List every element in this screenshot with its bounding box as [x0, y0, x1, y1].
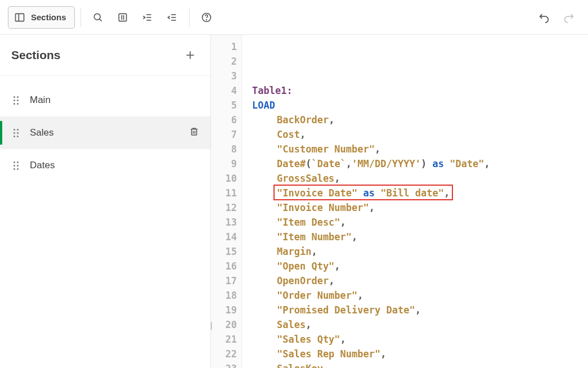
line-number: 15 [211, 244, 237, 259]
line-number: 12 [211, 200, 237, 215]
code-line: "Item Number", [252, 230, 528, 244]
toolbar: Sections [0, 0, 588, 35]
line-number: 22 [211, 347, 237, 361]
line-number: 14 [211, 230, 237, 244]
code-line: "Open Qty", [252, 259, 528, 273]
line-number: 6 [211, 113, 237, 127]
sidebar-resize-handle[interactable]: || [210, 320, 211, 330]
section-label: Main [30, 95, 199, 106]
line-number: 7 [211, 127, 237, 142]
outdent-button[interactable] [161, 6, 183, 29]
undo-icon [538, 11, 550, 24]
sidebar-item-dates[interactable]: Dates [0, 149, 210, 182]
svg-line-3 [99, 19, 101, 21]
drag-handle-icon[interactable] [14, 161, 19, 170]
code-line: Table1: [252, 83, 528, 98]
indent-button[interactable] [136, 6, 159, 29]
line-number: 17 [211, 273, 237, 288]
code-area[interactable]: Table1:LOADBackOrder,Cost,"Customer Numb… [242, 35, 528, 368]
svg-point-14 [206, 19, 207, 20]
line-number: 3 [211, 69, 237, 83]
panel-icon [14, 12, 25, 23]
svg-rect-4 [119, 14, 126, 21]
toolbar-separator [80, 8, 81, 27]
svg-point-2 [94, 14, 100, 20]
delete-section-button[interactable] [189, 127, 199, 140]
line-number: 1 [211, 39, 237, 54]
code-line: OpenOrder, [252, 273, 528, 288]
add-section-button[interactable] [181, 46, 199, 64]
line-number: 23 [211, 361, 237, 368]
sidebar: Sections MainSalesDates || [0, 35, 211, 368]
code-line: "Order Number", [252, 288, 528, 303]
sidebar-item-main[interactable]: Main [0, 84, 210, 116]
search-icon [92, 12, 104, 23]
code-line: Margin, [252, 244, 528, 259]
code-line: "Promised Delivery Date", [252, 303, 528, 317]
code-line: SalesKey [252, 361, 528, 368]
sections-toggle-button[interactable]: Sections [8, 6, 75, 29]
sidebar-title: Sections [11, 48, 61, 62]
redo-button[interactable] [558, 6, 580, 29]
code-line: Date#(`Date`,'MM/DD/YYYY') as "Date", [252, 156, 528, 171]
help-icon [201, 12, 212, 23]
line-number: 9 [211, 156, 237, 171]
line-number: 19 [211, 303, 237, 317]
code-line: GrossSales, [252, 171, 528, 186]
line-number: 10 [211, 171, 237, 186]
sidebar-header: Sections [0, 35, 210, 76]
section-list: MainSalesDates [0, 76, 210, 182]
section-label: Dates [30, 160, 199, 171]
code-line: "Sales Qty", [252, 332, 528, 347]
code-line: "Sales Rep Number", [252, 347, 528, 361]
undo-button[interactable] [533, 6, 555, 29]
code-line: Cost, [252, 127, 528, 142]
sidebar-item-sales[interactable]: Sales [0, 116, 210, 149]
comment-icon [117, 12, 128, 23]
code-line: LOAD [252, 98, 528, 113]
line-number: 5 [211, 98, 237, 113]
code-line: BackOrder, [252, 113, 528, 127]
line-number: 2 [211, 54, 237, 69]
main-body: Sections MainSalesDates || 1234567891011… [0, 35, 588, 368]
code-editor[interactable]: 1234567891011121314151617181920212223 Ta… [211, 35, 588, 368]
drag-handle-icon[interactable] [14, 96, 19, 105]
comment-toggle-button[interactable] [111, 6, 134, 29]
help-button[interactable] [195, 6, 218, 29]
code-line: Sales, [252, 317, 528, 332]
indent-icon [142, 12, 153, 23]
sections-toggle-label: Sections [31, 12, 66, 22]
line-number: 16 [211, 259, 237, 273]
section-label: Sales [30, 127, 178, 138]
outdent-icon [167, 12, 178, 23]
code-line: "Invoice Date" as "Bill date", [252, 186, 528, 200]
plus-icon [185, 50, 196, 61]
svg-rect-0 [16, 14, 24, 21]
line-number: 11 [211, 186, 237, 200]
drag-handle-icon[interactable] [14, 129, 19, 137]
redo-icon [563, 11, 575, 24]
line-number: 13 [211, 215, 237, 230]
line-number: 4 [211, 83, 237, 98]
line-number: 18 [211, 288, 237, 303]
code-line: "Customer Number", [252, 142, 528, 156]
line-number: 8 [211, 142, 237, 156]
toolbar-separator [189, 8, 190, 27]
line-number: 20 [211, 317, 237, 332]
line-number: 21 [211, 332, 237, 347]
line-gutter: 1234567891011121314151617181920212223 [211, 35, 242, 368]
code-line: "Item Desc", [252, 215, 528, 230]
code-line: "Invoice Number", [252, 200, 528, 215]
search-button[interactable] [87, 6, 109, 29]
trash-icon [189, 127, 199, 137]
